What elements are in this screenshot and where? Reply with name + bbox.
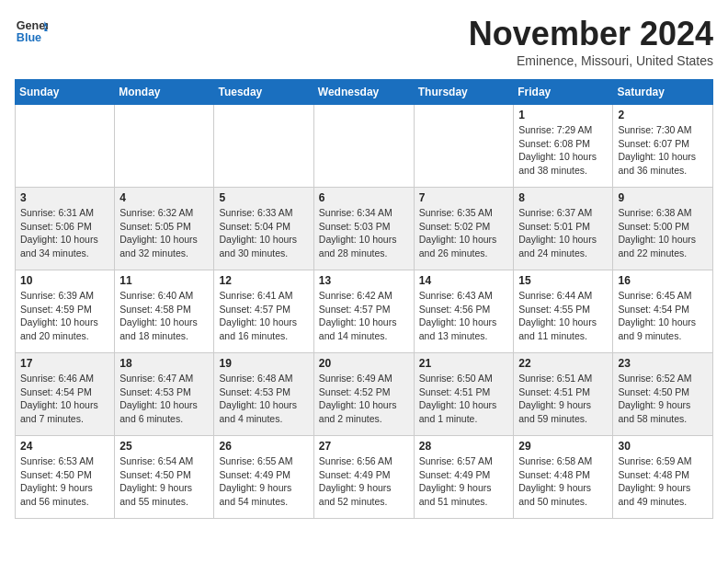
day-number: 11	[119, 274, 209, 287]
day-info: Sunrise: 6:59 AM Sunset: 4:48 PM Dayligh…	[618, 454, 708, 509]
day-number: 24	[20, 440, 109, 453]
calendar-cell	[313, 105, 414, 188]
location-subtitle: Eminence, Missouri, United States	[469, 53, 713, 68]
day-number: 26	[219, 440, 308, 453]
day-number: 29	[518, 440, 608, 453]
calendar-week-1: 1Sunrise: 7:29 AM Sunset: 6:08 PM Daylig…	[16, 105, 713, 188]
weekday-header-sunday: Sunday	[16, 80, 115, 105]
day-info: Sunrise: 6:47 AM Sunset: 4:53 PM Dayligh…	[119, 372, 209, 426]
calendar-cell: 3Sunrise: 6:31 AM Sunset: 5:06 PM Daylig…	[16, 188, 115, 270]
calendar-cell: 7Sunrise: 6:35 AM Sunset: 5:02 PM Daylig…	[414, 188, 514, 270]
day-number: 1	[518, 109, 608, 121]
day-number: 9	[618, 191, 708, 204]
logo: General Blue	[15, 15, 48, 48]
day-info: Sunrise: 6:37 AM Sunset: 5:01 PM Dayligh…	[518, 206, 608, 260]
calendar-cell: 21Sunrise: 6:50 AM Sunset: 4:51 PM Dayli…	[414, 353, 514, 436]
day-info: Sunrise: 6:34 AM Sunset: 5:03 PM Dayligh…	[319, 206, 409, 260]
day-info: Sunrise: 6:39 AM Sunset: 4:59 PM Dayligh…	[20, 289, 109, 343]
weekday-header-friday: Friday	[514, 80, 613, 105]
day-number: 2	[618, 109, 708, 121]
calendar-cell: 16Sunrise: 6:45 AM Sunset: 4:54 PM Dayli…	[613, 270, 713, 353]
weekday-header-wednesday: Wednesday	[313, 80, 414, 105]
day-number: 13	[319, 274, 409, 287]
day-info: Sunrise: 6:53 AM Sunset: 4:50 PM Dayligh…	[20, 454, 109, 509]
day-number: 22	[518, 357, 608, 370]
calendar-cell: 19Sunrise: 6:48 AM Sunset: 4:53 PM Dayli…	[214, 353, 313, 436]
day-info: Sunrise: 6:50 AM Sunset: 4:51 PM Dayligh…	[419, 372, 509, 426]
calendar-cell: 4Sunrise: 6:32 AM Sunset: 5:05 PM Daylig…	[115, 188, 214, 270]
day-number: 27	[319, 440, 409, 453]
day-info: Sunrise: 6:42 AM Sunset: 4:57 PM Dayligh…	[319, 289, 409, 343]
calendar-cell: 18Sunrise: 6:47 AM Sunset: 4:53 PM Dayli…	[115, 353, 214, 436]
day-number: 6	[319, 191, 409, 204]
day-info: Sunrise: 6:57 AM Sunset: 4:49 PM Dayligh…	[419, 454, 509, 509]
weekday-header-tuesday: Tuesday	[214, 80, 313, 105]
weekday-header-monday: Monday	[115, 80, 214, 105]
day-number: 12	[219, 274, 308, 287]
day-number: 15	[518, 274, 608, 287]
calendar-cell: 8Sunrise: 6:37 AM Sunset: 5:01 PM Daylig…	[514, 188, 613, 270]
calendar-cell: 26Sunrise: 6:55 AM Sunset: 4:49 PM Dayli…	[214, 436, 313, 519]
calendar-week-3: 10Sunrise: 6:39 AM Sunset: 4:59 PM Dayli…	[16, 270, 713, 353]
calendar-header-row: SundayMondayTuesdayWednesdayThursdayFrid…	[16, 80, 713, 105]
day-info: Sunrise: 6:38 AM Sunset: 5:00 PM Dayligh…	[618, 206, 708, 260]
day-info: Sunrise: 6:52 AM Sunset: 4:50 PM Dayligh…	[618, 372, 708, 426]
calendar-cell: 2Sunrise: 7:30 AM Sunset: 6:07 PM Daylig…	[613, 105, 713, 188]
calendar-week-5: 24Sunrise: 6:53 AM Sunset: 4:50 PM Dayli…	[16, 436, 713, 519]
day-info: Sunrise: 7:29 AM Sunset: 6:08 PM Dayligh…	[518, 123, 608, 178]
day-info: Sunrise: 6:35 AM Sunset: 5:02 PM Dayligh…	[419, 206, 509, 260]
calendar-cell: 20Sunrise: 6:49 AM Sunset: 4:52 PM Dayli…	[313, 353, 414, 436]
day-info: Sunrise: 6:51 AM Sunset: 4:51 PM Dayligh…	[518, 372, 608, 426]
day-number: 25	[119, 440, 209, 453]
day-number: 21	[419, 357, 509, 370]
logo-icon: General Blue	[15, 15, 48, 48]
header: General Blue November 2024 Eminence, Mis…	[15, 15, 713, 68]
svg-text:Blue: Blue	[17, 31, 41, 44]
day-number: 30	[618, 440, 708, 453]
calendar-cell: 11Sunrise: 6:40 AM Sunset: 4:58 PM Dayli…	[115, 270, 214, 353]
day-info: Sunrise: 6:56 AM Sunset: 4:49 PM Dayligh…	[319, 454, 409, 509]
day-info: Sunrise: 6:40 AM Sunset: 4:58 PM Dayligh…	[119, 289, 209, 343]
day-info: Sunrise: 6:54 AM Sunset: 4:50 PM Dayligh…	[119, 454, 209, 509]
day-info: Sunrise: 7:30 AM Sunset: 6:07 PM Dayligh…	[618, 123, 708, 178]
day-number: 7	[419, 191, 509, 204]
day-info: Sunrise: 6:44 AM Sunset: 4:55 PM Dayligh…	[518, 289, 608, 343]
calendar-cell	[214, 105, 313, 188]
calendar-cell: 27Sunrise: 6:56 AM Sunset: 4:49 PM Dayli…	[313, 436, 414, 519]
day-number: 20	[319, 357, 409, 370]
calendar-cell: 13Sunrise: 6:42 AM Sunset: 4:57 PM Dayli…	[313, 270, 414, 353]
title-block: November 2024 Eminence, Missouri, United…	[469, 15, 713, 68]
calendar-cell: 25Sunrise: 6:54 AM Sunset: 4:50 PM Dayli…	[115, 436, 214, 519]
calendar-cell: 6Sunrise: 6:34 AM Sunset: 5:03 PM Daylig…	[313, 188, 414, 270]
day-number: 3	[20, 191, 109, 204]
calendar-cell: 24Sunrise: 6:53 AM Sunset: 4:50 PM Dayli…	[16, 436, 115, 519]
day-number: 4	[119, 191, 209, 204]
day-info: Sunrise: 6:46 AM Sunset: 4:54 PM Dayligh…	[20, 372, 109, 426]
day-info: Sunrise: 6:32 AM Sunset: 5:05 PM Dayligh…	[119, 206, 209, 260]
weekday-header-saturday: Saturday	[613, 80, 713, 105]
day-number: 18	[119, 357, 209, 370]
calendar-cell: 15Sunrise: 6:44 AM Sunset: 4:55 PM Dayli…	[514, 270, 613, 353]
calendar-table: SundayMondayTuesdayWednesdayThursdayFrid…	[15, 79, 713, 519]
day-number: 16	[618, 274, 708, 287]
calendar-cell: 12Sunrise: 6:41 AM Sunset: 4:57 PM Dayli…	[214, 270, 313, 353]
day-info: Sunrise: 6:48 AM Sunset: 4:53 PM Dayligh…	[219, 372, 308, 426]
day-number: 5	[219, 191, 308, 204]
day-info: Sunrise: 6:43 AM Sunset: 4:56 PM Dayligh…	[419, 289, 509, 343]
day-info: Sunrise: 6:31 AM Sunset: 5:06 PM Dayligh…	[20, 206, 109, 260]
day-number: 14	[419, 274, 509, 287]
calendar-week-2: 3Sunrise: 6:31 AM Sunset: 5:06 PM Daylig…	[16, 188, 713, 270]
calendar-cell: 22Sunrise: 6:51 AM Sunset: 4:51 PM Dayli…	[514, 353, 613, 436]
calendar-cell: 28Sunrise: 6:57 AM Sunset: 4:49 PM Dayli…	[414, 436, 514, 519]
calendar-cell: 17Sunrise: 6:46 AM Sunset: 4:54 PM Dayli…	[16, 353, 115, 436]
day-info: Sunrise: 6:55 AM Sunset: 4:49 PM Dayligh…	[219, 454, 308, 509]
day-info: Sunrise: 6:58 AM Sunset: 4:48 PM Dayligh…	[518, 454, 608, 509]
day-info: Sunrise: 6:49 AM Sunset: 4:52 PM Dayligh…	[319, 372, 409, 426]
day-number: 8	[518, 191, 608, 204]
day-info: Sunrise: 6:45 AM Sunset: 4:54 PM Dayligh…	[618, 289, 708, 343]
calendar-cell: 30Sunrise: 6:59 AM Sunset: 4:48 PM Dayli…	[613, 436, 713, 519]
calendar-week-4: 17Sunrise: 6:46 AM Sunset: 4:54 PM Dayli…	[16, 353, 713, 436]
calendar-cell: 5Sunrise: 6:33 AM Sunset: 5:04 PM Daylig…	[214, 188, 313, 270]
day-number: 19	[219, 357, 308, 370]
calendar-cell: 10Sunrise: 6:39 AM Sunset: 4:59 PM Dayli…	[16, 270, 115, 353]
